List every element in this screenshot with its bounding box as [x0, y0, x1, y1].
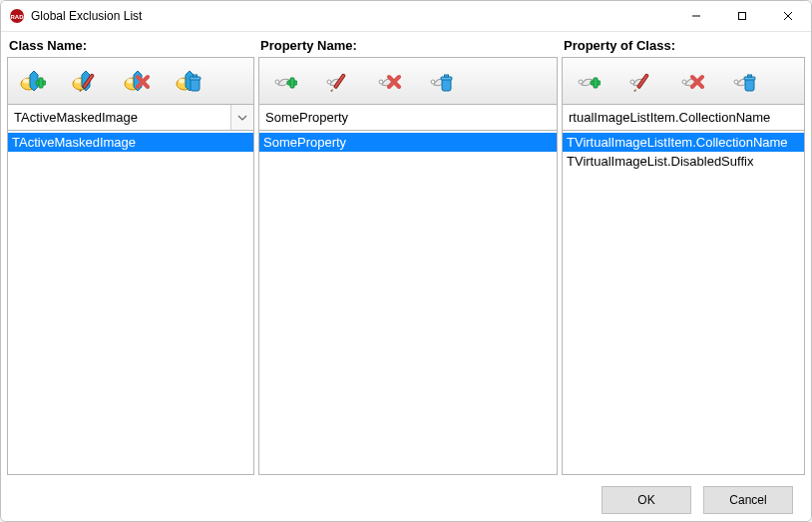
list-item[interactable]: SomeProperty	[259, 133, 557, 152]
svg-point-17	[127, 79, 133, 84]
property-name-header: Property Name:	[258, 36, 558, 57]
clear-icon[interactable]	[425, 67, 453, 95]
svg-rect-3	[739, 13, 746, 20]
close-button[interactable]	[765, 1, 811, 31]
svg-point-44	[682, 80, 686, 84]
svg-rect-25	[194, 75, 198, 77]
svg-point-12	[75, 79, 81, 84]
app-icon: RAD	[9, 8, 25, 24]
class-name-header: Class Name:	[7, 36, 254, 57]
list-item[interactable]: TVirtualImageListItem.CollectionName	[563, 133, 804, 152]
svg-marker-31	[330, 89, 333, 92]
property-of-class-panel: Property of Class:	[562, 36, 805, 475]
delete-icon[interactable]	[373, 67, 401, 95]
property-name-input-row	[258, 105, 558, 131]
dialog-window: RAD Global Exclusion List Class Name:	[0, 0, 812, 522]
property-of-class-list[interactable]: TVirtualImageListItem.CollectionName TVi…	[562, 131, 805, 475]
svg-point-47	[734, 80, 738, 84]
property-of-class-header: Property of Class:	[562, 36, 805, 57]
add-icon[interactable]	[269, 67, 297, 95]
svg-rect-40	[594, 78, 598, 88]
svg-point-29	[327, 80, 331, 84]
window-controls	[673, 1, 811, 31]
maximize-button[interactable]	[719, 1, 765, 31]
clear-icon[interactable]	[174, 67, 202, 95]
dropdown-arrow-icon[interactable]	[230, 105, 253, 130]
svg-rect-28	[290, 78, 294, 88]
property-of-class-toolbar	[562, 57, 805, 105]
property-name-list[interactable]: SomeProperty	[258, 131, 558, 475]
svg-rect-49	[748, 75, 752, 77]
property-name-toolbar	[258, 57, 558, 105]
property-name-panel: Property Name:	[258, 36, 558, 475]
property-of-class-input[interactable]	[563, 105, 804, 130]
list-item[interactable]: TVirtualImageList.DisabledSuffix	[563, 152, 804, 171]
window-title: Global Exclusion List	[31, 9, 142, 23]
edit-icon[interactable]	[70, 67, 98, 95]
property-name-input[interactable]	[259, 105, 557, 130]
titlebar: RAD Global Exclusion List	[1, 1, 811, 31]
svg-rect-37	[445, 75, 449, 77]
svg-marker-43	[633, 89, 636, 92]
add-icon[interactable]	[18, 67, 46, 95]
svg-point-41	[630, 80, 634, 84]
svg-point-35	[431, 80, 435, 84]
minimize-button[interactable]	[673, 1, 719, 31]
delete-icon[interactable]	[676, 67, 704, 95]
edit-icon[interactable]	[321, 67, 349, 95]
list-item[interactable]: TActiveMaskedImage	[8, 133, 253, 152]
class-name-list[interactable]: TActiveMaskedImage	[7, 131, 254, 475]
svg-point-32	[379, 80, 383, 84]
svg-text:RAD: RAD	[11, 14, 25, 20]
svg-rect-10	[39, 78, 43, 88]
property-of-class-input-row	[562, 105, 805, 131]
class-name-toolbar	[7, 57, 254, 105]
svg-point-22	[179, 79, 185, 84]
svg-point-26	[275, 80, 279, 84]
ok-button[interactable]: OK	[602, 486, 691, 514]
dialog-footer: OK Cancel	[1, 479, 811, 521]
svg-point-38	[579, 80, 583, 84]
class-name-input-row	[7, 105, 254, 131]
add-icon[interactable]	[573, 67, 601, 95]
delete-icon[interactable]	[122, 67, 150, 95]
class-name-panel: Class Name:	[7, 36, 254, 475]
class-name-input[interactable]	[8, 105, 230, 130]
clear-icon[interactable]	[728, 67, 756, 95]
main-content: Class Name:	[1, 31, 811, 479]
edit-icon[interactable]	[624, 67, 652, 95]
cancel-button[interactable]: Cancel	[703, 486, 793, 514]
svg-point-7	[23, 79, 29, 84]
